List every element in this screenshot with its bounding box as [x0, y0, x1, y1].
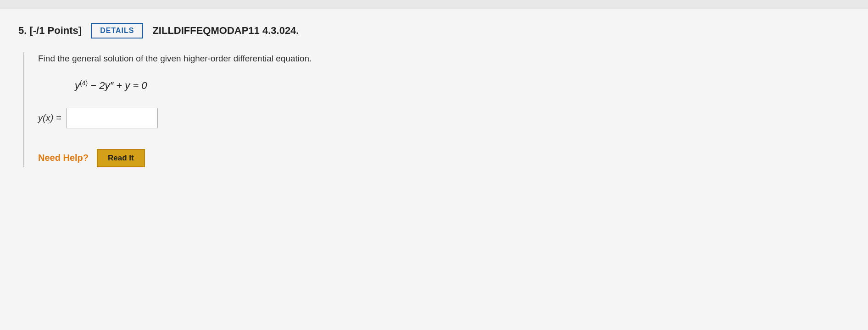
answer-input[interactable]: [66, 108, 158, 128]
content-box: Find the general solution of the given h…: [23, 52, 850, 167]
details-button[interactable]: DETAILS: [91, 23, 143, 38]
problem-code: ZILLDIFFEQMODAP11 4.3.024.: [152, 25, 299, 37]
read-it-button[interactable]: Read It: [97, 149, 145, 167]
question-number: 5. [-/1 Points]: [18, 25, 82, 37]
answer-label: y(x) =: [38, 113, 61, 123]
page-container: 5. [-/1 Points] DETAILS ZILLDIFFEQMODAP1…: [0, 9, 868, 330]
need-help-text: Need Help?: [38, 153, 89, 163]
answer-row: y(x) =: [38, 108, 850, 128]
question-header: 5. [-/1 Points] DETAILS ZILLDIFFEQMODAP1…: [18, 23, 850, 38]
equation-display: y(4) − 2y″ + y = 0: [38, 79, 850, 92]
help-row: Need Help? Read It: [38, 149, 850, 167]
problem-description: Find the general solution of the given h…: [38, 52, 850, 66]
